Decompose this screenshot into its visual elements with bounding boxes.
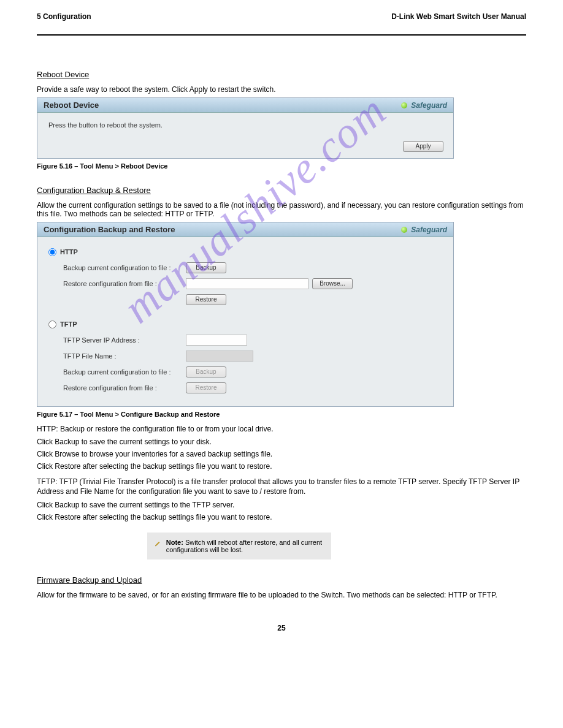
note-text: Switch will reboot after restore, and al… xyxy=(166,539,322,553)
tftp-backup-button[interactable]: Backup xyxy=(186,366,226,377)
chapter-number: 5 xyxy=(37,12,41,21)
safeguard-badge-2: Safeguard xyxy=(401,226,447,234)
safeguard-badge: Safeguard xyxy=(401,101,447,110)
tftp-file-label: TFTP File Name : xyxy=(63,352,186,360)
tftp-radio[interactable] xyxy=(48,320,56,328)
reboot-figure-caption: Figure 5.16 – Tool Menu > Reboot Device xyxy=(37,162,526,170)
http-radio-label: HTTP xyxy=(60,248,78,256)
backup-panel-title: Configuration Backup and Restore xyxy=(44,225,175,234)
http-radio[interactable] xyxy=(48,248,56,256)
firmware-desc: Allow for the firmware to be saved, or f… xyxy=(37,591,526,599)
reboot-panel-title: Reboot Device xyxy=(44,100,99,110)
tftp-backup-label: Backup current configuration to file : xyxy=(63,368,186,376)
tftp-file-input[interactable] xyxy=(186,351,253,362)
safeguard-dot-icon xyxy=(401,102,407,108)
reboot-panel: Reboot Device Safeguard Press the button… xyxy=(37,97,454,159)
safeguard-dot-icon xyxy=(401,227,407,233)
note-box: Note: Switch will reboot after restore, … xyxy=(147,533,331,559)
reboot-panel-body: Press the button to reboot the system. xyxy=(37,113,453,137)
http-backup-button[interactable]: Backup xyxy=(186,262,226,273)
reboot-desc: Provide a safe way to reboot the system.… xyxy=(37,85,526,94)
pencil-icon xyxy=(155,539,161,548)
page-number: 25 xyxy=(37,624,526,632)
http-backup-label: Backup current configuration to file : xyxy=(63,264,186,271)
section-firmware-link: Firmware Backup and Upload xyxy=(37,575,142,585)
backup-panel-body: HTTP Backup current configuration to fil… xyxy=(37,237,453,406)
backup-panel-header: Configuration Backup and Restore Safegua… xyxy=(37,222,453,237)
chapter-label: Configuration xyxy=(43,12,91,21)
explain-http: HTTP: Backup or restore the configuratio… xyxy=(37,424,526,434)
product-line: D-Link Web Smart Switch User Manual xyxy=(391,12,526,21)
explain-tftp-restore: Click Restore after selecting the backup… xyxy=(37,513,526,521)
explain-click-backup: Click Backup to save the current setting… xyxy=(37,438,526,446)
divider xyxy=(37,34,526,36)
tftp-ip-input[interactable] xyxy=(186,335,247,346)
reboot-panel-header: Reboot Device Safeguard xyxy=(37,98,453,113)
apply-button[interactable]: Apply xyxy=(403,141,443,152)
tftp-radio-label: TFTP xyxy=(60,320,77,328)
explain-click-restore: Click Restore after selecting the backup… xyxy=(37,462,526,471)
explain-tftp-backup: Click Backup to save the current setting… xyxy=(37,501,526,509)
explain-tftp: TFTP: TFTP (Trivial File Transfer Protoc… xyxy=(37,477,526,496)
tftp-restore-label: Restore configuration from file : xyxy=(63,384,186,392)
browse-button[interactable]: Browse... xyxy=(312,278,353,289)
backup-figure-caption: Figure 5.17 – Tool Menu > Configure Back… xyxy=(37,411,526,418)
backup-desc: Allow the current configuration settings… xyxy=(37,201,526,218)
safeguard-label: Safeguard xyxy=(411,101,447,110)
section-reboot-link: Reboot Device xyxy=(37,70,89,79)
tftp-restore-button[interactable]: Restore xyxy=(186,382,226,393)
safeguard-label-2: Safeguard xyxy=(411,226,447,234)
reboot-instruction: Press the button to reboot the system. xyxy=(48,121,442,129)
explain-click-browse: Click Browse to browse your inventories … xyxy=(37,450,526,458)
tftp-ip-label: TFTP Server IP Address : xyxy=(63,336,186,344)
note-label: Note: xyxy=(166,539,183,546)
http-restore-from-label: Restore configuration from file : xyxy=(63,280,186,287)
section-backup-link: Configuration Backup & Restore xyxy=(37,186,151,195)
backup-panel: Configuration Backup and Restore Safegua… xyxy=(37,222,454,407)
http-restore-button[interactable]: Restore xyxy=(186,294,226,305)
http-file-input[interactable] xyxy=(186,278,308,289)
